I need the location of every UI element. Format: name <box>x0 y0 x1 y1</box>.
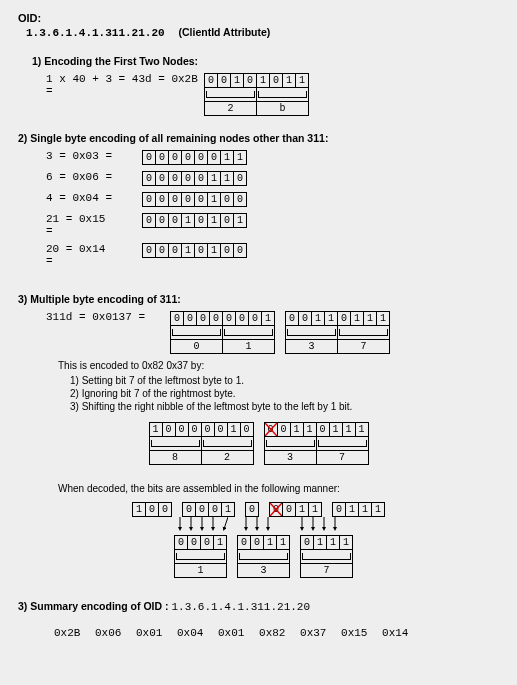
bit-cell: 0 <box>175 536 188 550</box>
bit-cell: 0 <box>195 193 208 207</box>
bit-cell: 1 <box>208 193 221 207</box>
bit-cell: 1 <box>208 172 221 186</box>
s2-bits: 00000100 <box>142 192 247 207</box>
bit-cell: 1 <box>351 312 364 326</box>
bit-cell: 1 <box>214 536 227 550</box>
section-1-heading: 1) Encoding the First Two Nodes: <box>32 55 499 67</box>
bit-cell: 0 <box>143 244 156 258</box>
bit-cell: 0 <box>210 312 223 326</box>
bit-cell: 1 <box>314 536 327 550</box>
s2-bits: 00010100 <box>142 243 247 258</box>
bit-cell: 1 <box>257 74 270 88</box>
s2-lhs: 20 = 0x14 = <box>46 243 142 267</box>
bit-cell: 1 <box>327 536 340 550</box>
bit-cell: 1 <box>208 214 221 228</box>
arrows-icon <box>296 517 340 533</box>
bit-cell: 0 <box>195 214 208 228</box>
bit-cell: 0 <box>182 172 195 186</box>
s3a-bytes: 0000000100110111 0137 <box>170 311 390 354</box>
crossed-bit-cell: 0 <box>264 423 277 437</box>
bit-cell: 0 <box>159 503 172 517</box>
bit-cell: 1 <box>372 503 385 517</box>
bit-cell: 1 <box>222 503 235 517</box>
bit-cell: 0 <box>162 423 175 437</box>
s2-lhs: 3 = 0x03 = <box>46 150 142 162</box>
arrows-icon <box>240 517 284 533</box>
bit-cell: 1 <box>340 536 353 550</box>
bit-cell: 1 <box>221 172 234 186</box>
bit-cell: 0 <box>143 151 156 165</box>
bit-cell: 1 <box>283 74 296 88</box>
bit-cell: 1 <box>221 151 234 165</box>
bit-cell: 1 <box>359 503 372 517</box>
bit-cell: 0 <box>169 172 182 186</box>
bit-cell: 1 <box>342 423 355 437</box>
s3a-step3: 3) Shifting the right nibble of the left… <box>70 401 499 412</box>
bit-cell: 1 <box>290 423 303 437</box>
bit-cell: 1 <box>296 503 309 517</box>
bit-cell: 0 <box>270 74 283 88</box>
bit-cell: 0 <box>169 214 182 228</box>
bit-cell: 0 <box>223 312 236 326</box>
bit-cell: 0 <box>277 423 290 437</box>
s3a-encoded: 1000001000110111 8237 <box>18 422 499 465</box>
s3a-decode-diagram: 1000001000110111 <box>18 502 499 578</box>
bit-cell: 1 <box>325 312 338 326</box>
s2-row: 21 = 0x15 =00010101 <box>46 213 499 237</box>
oid-attr: (ClientId Attribute) <box>179 26 271 38</box>
bit-cell: 0 <box>143 214 156 228</box>
bit-cell: 1 <box>355 423 368 437</box>
bit-cell: 0 <box>156 244 169 258</box>
bit-cell: 0 <box>195 172 208 186</box>
s1-row: 1 x 40 + 3 = 43d = 0x2B = 00101011 2b <box>46 73 499 116</box>
s3a-decode-intro: When decoded, the bits are assembled in … <box>58 483 499 494</box>
bit-cell: 1 <box>149 423 162 437</box>
s3a-intro: This is encoded to 0x82 0x37 by: <box>58 360 499 371</box>
s3a-lhs: 311d = 0x0137 = <box>46 311 170 323</box>
bit-cell: 0 <box>338 312 351 326</box>
bit-cell: 0 <box>246 503 259 517</box>
bit-cell: 1 <box>329 423 342 437</box>
bit-cell: 0 <box>249 312 262 326</box>
bit-cell: 0 <box>201 423 214 437</box>
s3a-step2: 2) Ignoring bit 7 of the rightmost byte. <box>70 388 499 399</box>
bit-cell: 1 <box>208 244 221 258</box>
summary-hex: 0x2B 0x06 0x01 0x04 0x01 0x82 0x37 0x15 … <box>54 627 499 639</box>
s2-bits: 00000011 <box>142 150 247 165</box>
bit-cell: 0 <box>156 151 169 165</box>
bit-cell: 0 <box>156 214 169 228</box>
bit-cell: 0 <box>156 193 169 207</box>
section-2-heading: 2) Single byte encoding of all remaining… <box>18 132 499 144</box>
bit-cell: 0 <box>169 193 182 207</box>
bit-cell: 0 <box>218 74 231 88</box>
bit-cell: 0 <box>196 503 209 517</box>
bit-cell: 0 <box>244 74 257 88</box>
oid-line: 1.3.6.1.4.1.311.21.20 (ClientId Attribut… <box>26 26 499 39</box>
crossed-bit-cell: 0 <box>270 503 283 517</box>
bit-cell: 1 <box>364 312 377 326</box>
bit-cell: 1 <box>182 214 195 228</box>
bit-cell: 0 <box>184 312 197 326</box>
bit-cell: 0 <box>238 536 251 550</box>
s1-expr: 1 x 40 + 3 = 43d = 0x2B = <box>46 73 204 97</box>
bit-cell: 0 <box>201 536 214 550</box>
s2-bits: 00010101 <box>142 213 247 228</box>
bit-cell: 0 <box>236 312 249 326</box>
bit-cell: 0 <box>234 244 247 258</box>
bit-cell: 1 <box>182 244 195 258</box>
bit-cell: 0 <box>234 193 247 207</box>
bit-cell: 1 <box>227 423 240 437</box>
bit-cell: 1 <box>296 74 309 88</box>
bit-cell: 1 <box>309 503 322 517</box>
bit-cell: 0 <box>171 312 184 326</box>
s3a-step1: 1) Setting bit 7 of the leftmost byte to… <box>70 375 499 386</box>
bit-cell: 0 <box>205 74 218 88</box>
bit-cell: 0 <box>301 536 314 550</box>
bit-cell: 1 <box>377 312 390 326</box>
section-3a-heading: 3) Multiple byte encoding of 311: <box>18 293 499 305</box>
bit-cell: 0 <box>195 244 208 258</box>
bit-cell: 0 <box>175 423 188 437</box>
bit-cell: 0 <box>169 151 182 165</box>
bit-cell: 0 <box>234 172 247 186</box>
bit-cell: 0 <box>214 423 227 437</box>
